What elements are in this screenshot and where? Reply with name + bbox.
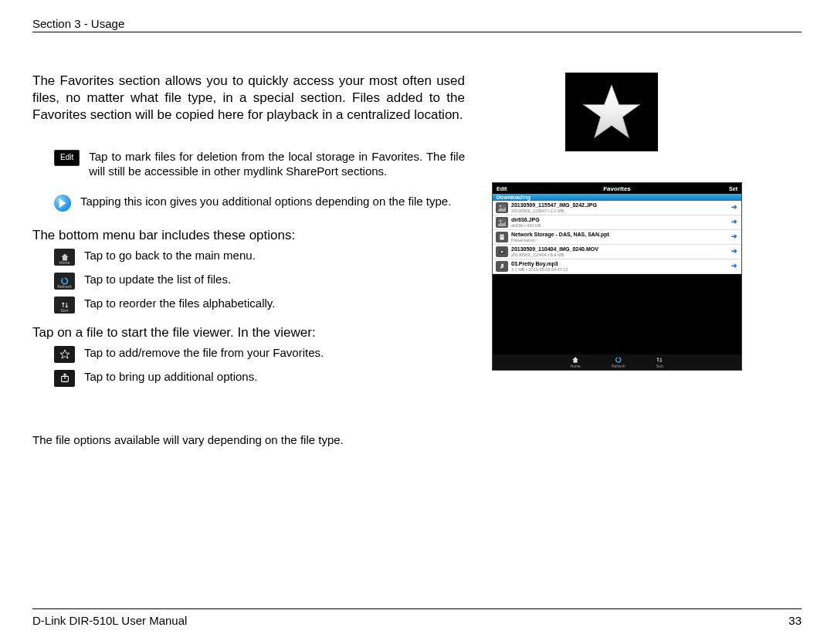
sort-icon-row: Tap to reorder the files alphabetically. (54, 297, 465, 314)
svg-point-4 (500, 220, 501, 222)
share-icon-row: Tap to bring up additional options. (54, 370, 465, 387)
edit-icon-row: Edit Tap to mark files for deletion from… (54, 150, 465, 179)
file-sub: 20130509_110404 • 8.4 MB (511, 253, 598, 257)
refresh-icon (54, 273, 75, 290)
list-item: 20130509_115547_IMG_0242.JPG20130509_115… (493, 201, 741, 215)
refresh-icon-text: Tap to update the list of files. (84, 273, 231, 287)
file-name: 20130509_115547_IMG_0242.JPG (511, 202, 597, 208)
screenshot-fill (493, 274, 741, 354)
file-name: 20130509_110404_IMG_0240.MOV (511, 246, 598, 253)
favorites-tile-icon (565, 73, 658, 151)
file-name: dir636.JPG (511, 217, 541, 223)
svg-point-2 (500, 205, 501, 207)
home-icon-row: Tap to go back to the main menu. (54, 249, 465, 266)
screenshot-right-btn: Set (729, 186, 737, 192)
sort-icon (54, 297, 75, 314)
edit-icon: Edit (54, 150, 80, 166)
screenshot-bottom-bar: Home Refresh Sort (493, 354, 741, 370)
fav-icon-row: Tap to add/remove the file from your Fav… (54, 346, 465, 363)
note-line: The file options available will vary dep… (32, 433, 465, 446)
goto-icon: ➔ (731, 232, 737, 240)
list-item: dir636.JPGdir636 • 420 KB ➔ (493, 215, 741, 230)
home-icon (54, 249, 75, 266)
header-rule (32, 32, 802, 32)
left-column: The Favorites section allows you to quic… (32, 73, 465, 446)
goto-icon: ➔ (731, 203, 737, 211)
goto-icon: ➔ (731, 218, 737, 225)
refresh-icon-row: Tap to update the list of files. (54, 273, 465, 290)
menu-heading: The bottom menu bar includes these optio… (32, 227, 465, 244)
screenshot-topbar: Edit Favorites Set (493, 183, 741, 194)
viewer-heading: Tap on a file to start the file viewer. … (32, 324, 465, 341)
file-sub: dir636 • 420 KB (511, 223, 541, 228)
bottom-sort-icon: Sort (656, 356, 663, 368)
list-item: 20130509_110404_IMG_0240.MOV20130509_110… (493, 245, 741, 259)
footer-rule (32, 608, 802, 609)
favorites-screenshot: Edit Favorites Set Downloading 20130509_… (492, 182, 742, 371)
file-sub: 20130509_115547 • 1.2 MB (511, 208, 597, 213)
share-icon (54, 370, 75, 387)
manual-name: D-Link DIR-510L User Manual (32, 614, 187, 627)
menu-icon-list: Tap to go back to the main menu. Tap to … (54, 249, 465, 314)
star-outline-icon (54, 346, 75, 363)
edit-icon-text: Tap to mark files for deletion from the … (89, 150, 465, 179)
manual-page: Section 3 - Usage The Favorites section … (0, 0, 834, 644)
more-icon-row: Tapping this icon gives you additional o… (54, 195, 465, 212)
list-item: 03.Pretty Boy.mp33.1 MB • 2013-05-09 04:… (493, 259, 741, 274)
music-icon (496, 261, 508, 272)
more-icon-text: Tapping this icon gives you additional o… (80, 195, 465, 209)
sort-icon-text: Tap to reorder the files alphabetically. (84, 297, 275, 311)
bottom-refresh-icon: Refresh (612, 356, 626, 368)
two-column-layout: The Favorites section allows you to quic… (32, 73, 802, 446)
right-column: Edit Favorites Set Downloading 20130509_… (496, 73, 743, 446)
screenshot-edit-btn: Edit (497, 186, 507, 192)
file-sub: 3.1 MB • 2013-05-09 04:47:12 (511, 267, 568, 272)
arrow-icon (54, 195, 71, 212)
file-name: Network Storage - DAS, NAS, SAN.ppt (511, 232, 609, 238)
share-icon-text: Tap to bring up additional options. (84, 370, 257, 385)
section-header: Section 3 - Usage (32, 17, 802, 30)
page-footer: D-Link DIR-510L User Manual 33 (32, 608, 802, 627)
viewer-icon-list: Tap to add/remove the file from your Fav… (54, 346, 465, 387)
video-icon (496, 246, 508, 257)
intro-paragraph: The Favorites section allows you to quic… (32, 73, 465, 124)
list-item: Network Storage - DAS, NAS, SAN.pptPrese… (493, 230, 741, 245)
image-icon (496, 202, 508, 213)
page-number: 33 (788, 614, 802, 627)
fav-icon-text: Tap to add/remove the file from your Fav… (84, 346, 324, 361)
file-sub: Presentation (511, 238, 609, 242)
screenshot-title: Favorites (603, 185, 631, 192)
goto-icon: ➔ (731, 262, 737, 269)
home-icon-text: Tap to go back to the main menu. (84, 249, 256, 263)
bottom-home-icon: Home (571, 356, 581, 368)
document-icon (496, 232, 508, 242)
goto-icon: ➔ (731, 247, 737, 255)
file-name: 03.Pretty Boy.mp3 (511, 261, 568, 267)
screenshot-section: Downloading (493, 194, 741, 201)
image-icon (496, 217, 508, 228)
top-icon-list: Edit Tap to mark files for deletion from… (54, 150, 465, 212)
